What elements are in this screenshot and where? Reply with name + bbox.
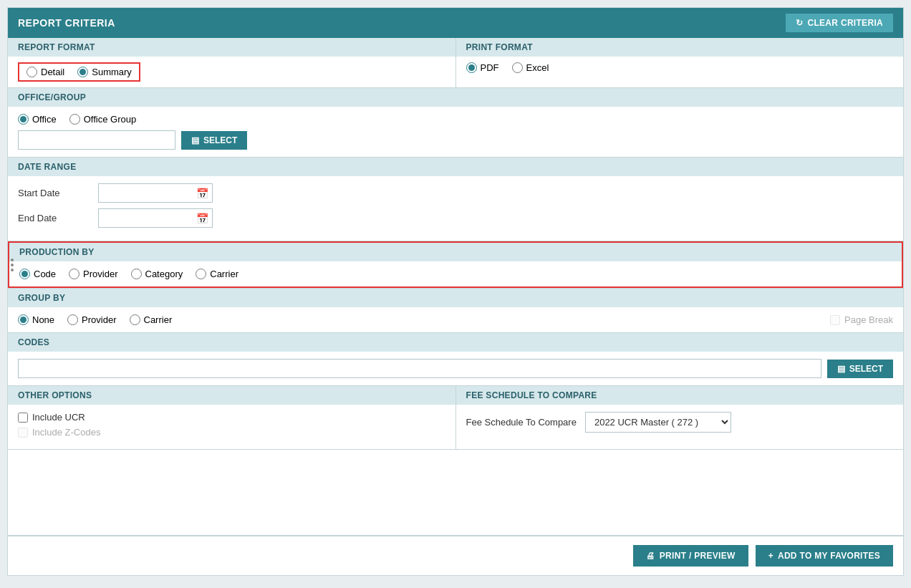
include-zcodes-checkbox [18, 428, 28, 438]
group-by-header: GROUP BY [8, 289, 903, 307]
report-format-header: REPORT FORMAT [8, 38, 456, 57]
group-none-radio[interactable]: None [18, 314, 54, 325]
print-format-header: PRINT FORMAT [456, 38, 904, 57]
office-group-radio[interactable]: Office Group [69, 114, 136, 125]
add-to-favorites-button[interactable]: + ADD TO MY FAVORITES [756, 545, 893, 567]
office-radio[interactable]: Office [18, 114, 57, 125]
production-by-header: PRODUCTION BY [9, 243, 902, 261]
spacer-area [8, 450, 903, 536]
end-date-label: End Date [18, 213, 90, 223]
other-options-header: OTHER OPTIONS [8, 386, 456, 405]
office-group-radio-group: Office Office Group [18, 114, 893, 125]
report-header: REPORT CRITERIA ↻ CLEAR CRITERIA [8, 8, 903, 38]
footer-bar: 🖨 PRINT / PREVIEW + ADD TO MY FAVORITES [8, 536, 903, 575]
end-date-row: End Date 10/16/2021 📅 [18, 208, 893, 228]
office-input-row: 134 ▤ SELECT [18, 130, 893, 150]
print-format-pdf[interactable]: PDF [466, 62, 499, 73]
production-provider-radio[interactable]: Provider [69, 269, 117, 279]
production-code-radio[interactable]: Code [19, 269, 56, 279]
codes-input[interactable]: ALL [18, 359, 821, 378]
end-date-calendar-icon[interactable]: 📅 [192, 210, 213, 227]
office-select-button[interactable]: ▤ SELECT [181, 131, 247, 150]
production-category-radio[interactable]: Category [131, 269, 183, 279]
date-range-header: DATE RANGE [8, 158, 903, 176]
print-preview-button[interactable]: 🖨 PRINT / PREVIEW [633, 545, 748, 567]
codes-input-row: ALL ▤ SELECT [18, 359, 893, 378]
page-break-area: Page Break [830, 314, 893, 325]
print-format-excel[interactable]: Excel [512, 62, 549, 73]
page-break-label: Page Break [844, 314, 893, 325]
report-format-detail[interactable]: Detail [26, 67, 64, 77]
printer-icon: 🖨 [646, 551, 655, 561]
end-date-input[interactable]: 10/16/2021 [99, 209, 192, 227]
start-date-wrapper: 10/16/2021 📅 [98, 183, 213, 203]
include-ucr-label: Include UCR [32, 412, 85, 423]
table-icon-codes: ▤ [837, 364, 845, 374]
end-date-wrapper: 10/16/2021 📅 [98, 208, 213, 228]
include-zcodes-item: Include Z-Codes [18, 427, 445, 438]
include-ucr-checkbox[interactable] [18, 413, 28, 423]
production-by-group: Code Provider Category Carrier [19, 269, 892, 279]
report-format-group: Detail Summary [26, 67, 132, 77]
page-break-checkbox [830, 315, 840, 325]
report-format-summary[interactable]: Summary [77, 67, 132, 77]
table-icon: ▤ [191, 135, 199, 145]
fee-schedule-header: FEE SCHEDULE TO COMPARE [456, 386, 904, 405]
group-provider-radio[interactable]: Provider [67, 314, 116, 325]
start-date-label: Start Date [18, 188, 90, 198]
start-date-row: Start Date 10/16/2021 📅 [18, 183, 893, 203]
codes-header: CODES [8, 333, 903, 352]
refresh-icon: ↻ [796, 18, 803, 28]
start-date-input[interactable]: 10/16/2021 [99, 184, 192, 202]
fee-schedule-row: Fee Schedule To Compare 2022 UCR Master … [456, 405, 904, 440]
start-date-calendar-icon[interactable]: 📅 [192, 185, 213, 202]
office-group-header: OFFICE/GROUP [8, 88, 903, 107]
group-carrier-radio[interactable]: Carrier [130, 314, 173, 325]
group-by-radio-group: None Provider Carrier [18, 314, 172, 325]
office-input[interactable]: 134 [18, 130, 175, 150]
print-format-group: PDF Excel [466, 62, 894, 73]
include-ucr-item[interactable]: Include UCR [18, 412, 445, 423]
fee-schedule-select[interactable]: 2022 UCR Master ( 272 ) [585, 412, 731, 433]
production-carrier-radio[interactable]: Carrier [196, 269, 238, 279]
clear-criteria-button[interactable]: ↻ CLEAR CRITERIA [786, 14, 893, 32]
plus-icon: + [768, 551, 773, 561]
include-zcodes-label: Include Z-Codes [32, 427, 100, 438]
report-title: REPORT CRITERIA [18, 17, 115, 29]
codes-select-button[interactable]: ▤ SELECT [827, 360, 893, 378]
fee-schedule-label: Fee Schedule To Compare [466, 417, 577, 428]
